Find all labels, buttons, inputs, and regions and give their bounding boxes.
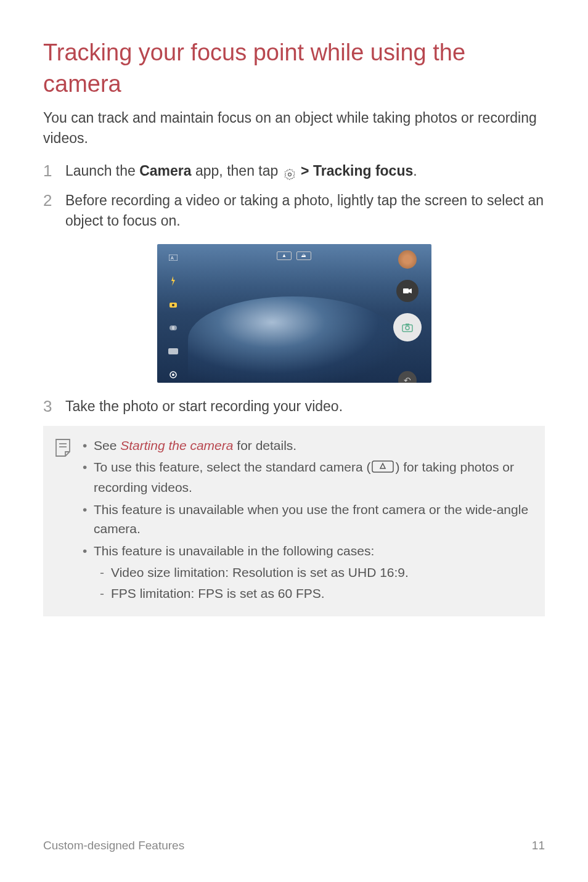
aspect-icon: A (168, 253, 178, 263)
intro-text: You can track and maintain focus on an o… (43, 108, 545, 149)
svg-rect-13 (406, 324, 409, 325)
standard-camera-icon (372, 459, 394, 478)
sub-list: Video size limitation: Resolution is set… (94, 563, 534, 603)
flash-icon (168, 276, 178, 286)
step-1: 1 Launch the Camera app, then tap > Trac… (43, 161, 545, 182)
wave-image (188, 296, 398, 383)
svg-point-4 (172, 304, 174, 306)
step-text: Launch the Camera app, then tap > Tracki… (65, 161, 417, 182)
step-number: 1 (43, 161, 62, 182)
text-segment: This feature is unavailable in the follo… (94, 544, 374, 558)
text-segment: . (413, 163, 417, 179)
filter-icon (168, 323, 178, 333)
svg-point-6 (172, 325, 177, 330)
gallery-thumbnail (398, 250, 417, 269)
step-text: Take the photo or start recording your v… (65, 396, 343, 417)
svg-text:A: A (171, 256, 174, 260)
gt-symbol: > (301, 163, 309, 179)
wide-lens-tab: ⛰ (296, 251, 311, 260)
shutter-button (393, 313, 422, 341)
note-item-1: See Starting the camera for details. (83, 436, 534, 455)
steps-list-continued: 3 Take the photo or start recording your… (43, 396, 545, 417)
steps-list: 1 Launch the Camera app, then tap > Trac… (43, 161, 545, 231)
camera-screenshot: A ▲ ⛰ ↶ (157, 244, 431, 383)
svg-point-0 (288, 173, 291, 176)
link-starting-camera[interactable]: Starting the camera (120, 438, 233, 452)
svg-rect-10 (403, 288, 409, 293)
bold-camera: Camera (139, 163, 191, 179)
camera-mode-icon (168, 300, 178, 309)
step-number: 3 (43, 396, 62, 417)
settings-icon (284, 166, 296, 178)
bold-tracking-focus: Tracking focus (313, 163, 413, 179)
text-segment: for details. (233, 438, 296, 452)
note-item-3: This feature is unavailable when you use… (83, 500, 534, 539)
step-2: 2 Before recording a video or taking a p… (43, 190, 545, 232)
note-content: See Starting the camera for details. To … (83, 436, 534, 606)
camera-lens-tabs: ▲ ⛰ (277, 251, 311, 260)
step-number: 2 (43, 190, 62, 232)
record-button (396, 280, 419, 302)
svg-point-12 (406, 326, 409, 330)
text-segment: See (94, 438, 120, 452)
svg-point-9 (172, 374, 174, 376)
note-box: See Starting the camera for details. To … (43, 426, 545, 617)
svg-rect-7 (168, 348, 178, 354)
section-title: Tracking your focus point while using th… (43, 37, 545, 100)
gear-icon (168, 370, 178, 380)
camera-right-controls: ↶ (393, 250, 422, 383)
text-segment: To use this feature, select the standard… (94, 460, 370, 474)
switch-camera-button: ↶ (398, 371, 417, 383)
note-item-2: To use this feature, select the standard… (83, 457, 534, 497)
page-footer: Custom-designed Features 11 (43, 839, 545, 852)
mode-icon (168, 346, 178, 356)
note-icon (54, 438, 74, 606)
camera-left-toolbar: A (168, 253, 178, 380)
sub-item-1: Video size limitation: Resolution is set… (94, 563, 534, 582)
text-segment: Launch the (65, 163, 139, 179)
note-item-4: This feature is unavailable in the follo… (83, 541, 534, 603)
text-segment: app, then tap (192, 163, 282, 179)
step-text: Before recording a video or taking a pho… (65, 190, 545, 232)
step-3: 3 Take the photo or start recording your… (43, 396, 545, 417)
footer-section-name: Custom-designed Features (43, 839, 184, 852)
footer-page-number: 11 (532, 839, 545, 852)
standard-lens-tab: ▲ (277, 251, 292, 260)
sub-item-2: FPS limitation: FPS is set as 60 FPS. (94, 584, 534, 603)
